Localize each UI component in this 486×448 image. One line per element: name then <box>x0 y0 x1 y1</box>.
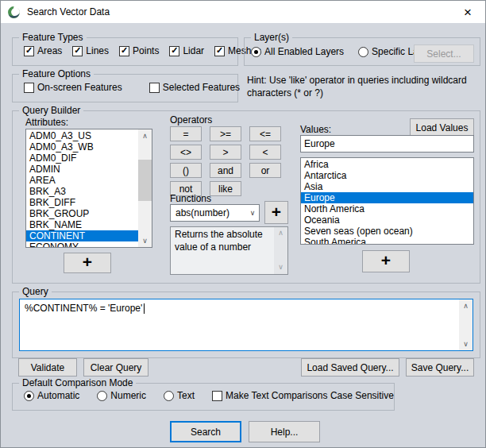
radio-icon <box>97 391 107 401</box>
add-value-button[interactable]: + <box>362 250 410 272</box>
check-icon <box>214 46 225 56</box>
case-sensitive-checkbox[interactable]: Make Text Comparisons Case Sensitive <box>212 390 394 401</box>
list-item[interactable]: ADM0_A3_WB <box>26 141 152 153</box>
values-label: Values: <box>300 124 331 135</box>
query-scrollbar[interactable]: ∧ ∨ <box>459 299 472 350</box>
comparison-mode-group: Default Comparison Mode Automatic Numeri… <box>12 383 395 411</box>
list-item[interactable]: BRK_GROUP <box>26 208 152 219</box>
checkbox-icon <box>24 83 34 93</box>
list-item[interactable]: North America <box>301 203 473 214</box>
help-button[interactable]: Help... <box>249 421 320 442</box>
list-item[interactable]: ADM0_DIF <box>26 153 152 164</box>
layers-group: Layer(s) All Enabled Layers Specific Lay… <box>244 37 480 66</box>
list-item[interactable]: BRK_A3 <box>26 186 152 197</box>
attributes-listbox[interactable]: ADM0_A3_US ADM0_A3_WB ADM0_DIF ADMIN ARE… <box>25 129 152 248</box>
list-item[interactable]: AREA <box>26 175 152 186</box>
value-input[interactable] <box>300 135 474 153</box>
list-item[interactable]: South America <box>301 237 473 245</box>
areas-checkbox[interactable]: Areas <box>24 45 62 56</box>
check-icon <box>169 46 179 56</box>
clear-query-button[interactable]: Clear Query <box>83 358 148 377</box>
title-bar: Search Vector Data × <box>1 1 485 23</box>
query-builder-group: Query Builder Attributes: ADM0_A3_US ADM… <box>12 110 480 284</box>
text-radio[interactable]: Text <box>164 390 195 401</box>
list-item[interactable]: BRK_DIFF <box>26 197 152 208</box>
operator-gte-button[interactable]: >= <box>210 126 241 141</box>
list-item-selected[interactable]: CONTINENT <box>26 230 152 241</box>
list-item[interactable]: ECONOMY <box>26 241 152 248</box>
scroll-up-icon[interactable]: ∧ <box>459 299 472 312</box>
operator-or-button[interactable]: or <box>249 163 281 178</box>
query-label: Query <box>19 286 52 297</box>
operators-label: Operators <box>170 114 212 126</box>
text-caret <box>144 303 145 314</box>
list-item[interactable]: Oceania <box>301 214 473 226</box>
validate-button[interactable]: Validate <box>18 358 77 377</box>
points-checkbox[interactable]: Points <box>119 45 159 56</box>
load-saved-query-button[interactable]: Load Saved Query... <box>301 358 399 377</box>
add-attribute-button[interactable]: + <box>64 253 111 273</box>
close-icon[interactable]: × <box>450 1 485 23</box>
feature-types-group: Feature Types Areas Lines Points Lidar M… <box>12 37 238 66</box>
save-query-button[interactable]: Save Query... <box>406 358 474 377</box>
scroll-up-icon[interactable]: ∧ <box>274 227 287 240</box>
list-item-selected[interactable]: Europe <box>301 192 473 203</box>
operator-lt-button[interactable]: < <box>249 145 281 160</box>
list-item[interactable]: Asia <box>301 181 473 192</box>
numeric-radio[interactable]: Numeric <box>97 390 146 401</box>
list-item[interactable]: BRK_NAME <box>26 219 152 230</box>
chevron-down-icon: ∨ <box>246 209 259 217</box>
add-function-button[interactable]: + <box>264 201 288 224</box>
attributes-label: Attributes: <box>25 117 68 128</box>
functions-label: Functions <box>170 193 211 204</box>
selected-features-checkbox[interactable]: Selected Features <box>149 82 240 93</box>
operator-equals-button[interactable]: = <box>170 126 202 141</box>
operator-notequal-button[interactable]: <> <box>170 145 202 160</box>
operator-like-button[interactable]: like <box>210 181 241 196</box>
list-item[interactable]: ADM0_A3_US <box>26 130 152 141</box>
check-icon <box>24 46 34 56</box>
scroll-down-icon[interactable]: ∨ <box>459 338 472 350</box>
checkbox-icon <box>212 391 222 401</box>
scroll-up-icon[interactable]: ∧ <box>138 129 152 142</box>
list-item[interactable]: ADMIN <box>26 164 152 175</box>
select-layers-button[interactable]: Select... <box>414 44 474 63</box>
check-icon <box>72 46 83 56</box>
list-item[interactable]: Antarctica <box>301 170 473 181</box>
scroll-down-icon[interactable]: ∨ <box>138 234 152 247</box>
functions-dropdown[interactable]: abs(number) ∨ <box>170 204 260 222</box>
query-text: %CONTINENT% = 'Europe' <box>25 303 142 314</box>
operator-gt-button[interactable]: > <box>210 145 241 160</box>
checkbox-icon <box>149 83 160 93</box>
search-button[interactable]: Search <box>170 421 241 442</box>
operator-lte-button[interactable]: <= <box>249 126 281 141</box>
radio-icon <box>358 47 368 57</box>
description-scrollbar[interactable]: ∧ ∨ <box>274 227 287 274</box>
all-enabled-layers-radio[interactable]: All Enabled Layers <box>251 46 344 57</box>
function-description-box: Returns the absolute value of a number ∧… <box>170 226 288 275</box>
lidar-checkbox[interactable]: Lidar <box>169 45 204 56</box>
query-group: Query %CONTINENT% = 'Europe' ∧ ∨ <box>12 292 480 358</box>
global-mapper-icon <box>7 6 21 19</box>
query-textarea[interactable]: %CONTINENT% = 'Europe' ∧ ∨ <box>19 299 473 351</box>
feature-options-label: Feature Options <box>19 68 94 79</box>
attributes-scrollbar[interactable]: ∧ ∨ <box>138 129 152 247</box>
scroll-down-icon[interactable]: ∨ <box>274 261 287 274</box>
search-vector-data-dialog: Search Vector Data × Feature Types Areas… <box>0 0 486 448</box>
list-item[interactable]: Africa <box>301 159 473 170</box>
scroll-thumb[interactable] <box>138 160 152 201</box>
comparison-mode-label: Default Comparison Mode <box>19 377 136 388</box>
list-item[interactable]: Seven seas (open ocean) <box>301 226 473 237</box>
onscreen-features-checkbox[interactable]: On-screen Features <box>24 82 122 93</box>
operator-parens-button[interactable]: () <box>170 163 202 178</box>
feature-types-label: Feature Types <box>19 32 87 43</box>
values-listbox[interactable]: Africa Antarctica Asia Europe North Amer… <box>300 157 474 245</box>
hint-text: Hint: Use 'like' operator in queries inc… <box>247 75 482 99</box>
lines-checkbox[interactable]: Lines <box>72 45 109 56</box>
automatic-radio[interactable]: Automatic <box>24 390 79 401</box>
operator-and-button[interactable]: and <box>210 163 241 178</box>
layers-label: Layer(s) <box>251 32 292 43</box>
check-icon <box>119 46 129 56</box>
radio-icon <box>164 391 174 401</box>
radio-dot-icon <box>251 47 261 57</box>
